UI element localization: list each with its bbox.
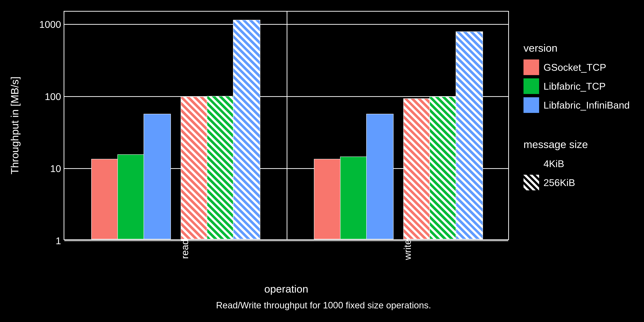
legend-item: Libfabric_InfiniBand bbox=[524, 97, 630, 113]
legend-swatch bbox=[524, 78, 539, 94]
bar bbox=[181, 96, 208, 239]
y-tick-label: 1000 bbox=[39, 19, 64, 30]
legend-label: Libfabric_InfiniBand bbox=[544, 100, 630, 111]
legend-label: 4KiB bbox=[544, 158, 564, 169]
bar bbox=[314, 159, 341, 239]
gridline bbox=[64, 24, 508, 25]
legend-label: GSocket_TCP bbox=[544, 62, 606, 73]
gridline bbox=[64, 240, 508, 241]
bar bbox=[91, 159, 118, 239]
legend-item: Libfabric_TCP bbox=[524, 78, 630, 94]
bar bbox=[233, 20, 260, 239]
bar bbox=[207, 96, 234, 239]
legend-swatch bbox=[524, 97, 539, 113]
bar bbox=[403, 98, 430, 239]
legend-version: version GSocket_TCPLibfabric_TCPLibfabri… bbox=[524, 42, 630, 116]
legend-size: message size 4KiB256KiB bbox=[524, 138, 588, 194]
legend-swatch bbox=[524, 156, 539, 172]
y-tick-label: 1 bbox=[56, 235, 64, 246]
y-axis-title: Throughput in [MB/s] bbox=[8, 76, 21, 174]
bar bbox=[430, 96, 457, 239]
facet-divider bbox=[287, 12, 287, 239]
bar bbox=[340, 156, 367, 239]
legend-item: 256KiB bbox=[524, 175, 588, 190]
chart-root: Throughput in [MB/s] 1101001000readwrite… bbox=[0, 0, 644, 322]
x-axis-title: operation bbox=[264, 283, 308, 295]
legend-label: Libfabric_TCP bbox=[544, 80, 606, 92]
bar bbox=[456, 32, 483, 239]
x-tick-label: write bbox=[398, 239, 413, 260]
bar bbox=[118, 154, 145, 239]
legend-version-title: version bbox=[524, 42, 630, 54]
bar bbox=[366, 114, 394, 239]
legend-swatch bbox=[524, 175, 539, 190]
y-tick-label: 100 bbox=[45, 91, 64, 102]
legend-swatch bbox=[524, 60, 539, 75]
chart-subtitle: Read/Write throughput for 1000 fixed siz… bbox=[216, 300, 431, 310]
legend-item: 4KiB bbox=[524, 156, 588, 172]
y-tick-label: 10 bbox=[50, 163, 64, 174]
bar bbox=[144, 114, 171, 239]
legend-item: GSocket_TCP bbox=[524, 60, 630, 75]
legend-size-title: message size bbox=[524, 138, 588, 150]
legend-label: 256KiB bbox=[544, 177, 575, 188]
x-tick-label: read bbox=[176, 239, 190, 259]
plot-area: 1101001000readwrite bbox=[64, 11, 509, 240]
